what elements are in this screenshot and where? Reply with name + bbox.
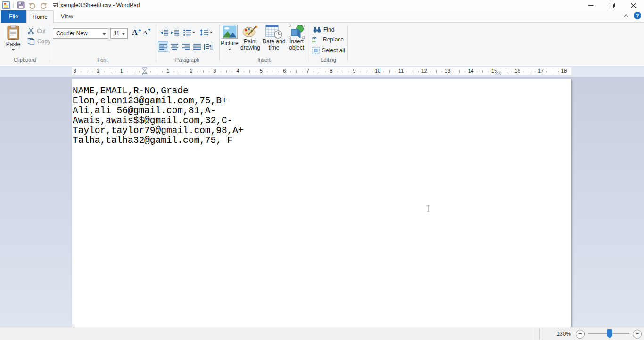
- ruler-tick: [185, 71, 186, 72]
- ruler-tick: [383, 71, 384, 72]
- select-all-label: Select all: [322, 47, 345, 54]
- ruler-tick: [273, 70, 273, 73]
- document-line: Taylor,taylor79@gmail.com,98,A+: [73, 126, 244, 136]
- divider: [13, 2, 14, 8]
- wordpad-app-icon[interactable]: [2, 1, 10, 9]
- document-line: Elon,elon123@gamil.com,75,B+: [73, 96, 244, 106]
- replace-label: Replace: [323, 36, 344, 43]
- grow-font-button[interactable]: A: [132, 27, 142, 38]
- tab-view[interactable]: View: [54, 10, 80, 23]
- ruler-number: 9: [351, 68, 358, 74]
- divider: [534, 329, 534, 339]
- date-time-label-2: time: [269, 45, 280, 51]
- ruler-tick: [465, 71, 465, 72]
- ruler-tick: [436, 70, 437, 73]
- ruler-tick: [127, 71, 128, 72]
- paste-button[interactable]: Paste: [4, 25, 23, 51]
- font-family-value: Courier New: [56, 30, 88, 37]
- document-area[interactable]: NAME,EMAIL,R-NO,GradeElon,elon123@gamil.…: [0, 77, 644, 327]
- justify-button[interactable]: [192, 41, 202, 52]
- zoom-out-button[interactable]: −: [576, 330, 585, 339]
- font-family-select[interactable]: Courier New: [53, 28, 108, 39]
- cut-button[interactable]: Cut: [27, 27, 46, 34]
- window-controls: [580, 0, 644, 10]
- document-line: NAME,EMAIL,R-NO,Grade: [73, 86, 244, 96]
- ruler-tick: [529, 70, 529, 73]
- ruler-tick: [267, 71, 267, 72]
- ruler-tick: [506, 70, 506, 73]
- picture-button[interactable]: Picture: [220, 25, 239, 50]
- ruler-tick: [226, 70, 227, 73]
- paragraph-group-label: Paragraph: [156, 57, 219, 63]
- save-button[interactable]: [17, 1, 25, 9]
- decrease-indent-button[interactable]: [159, 27, 169, 38]
- document-text[interactable]: NAME,EMAIL,R-NO,GradeElon,elon123@gamil.…: [73, 86, 244, 146]
- date-and-time-button[interactable]: Date and time: [261, 25, 287, 51]
- align-right-button[interactable]: [181, 41, 191, 52]
- ruler-number: 18: [561, 68, 567, 74]
- ruler-tick: [430, 71, 430, 72]
- wordpad-window: Example3.Sheet0.csv - WordPad File Home …: [0, 0, 644, 340]
- ruler-number: 3: [211, 68, 218, 74]
- ruler-tick: [180, 70, 180, 73]
- paint-drawing-button[interactable]: Paint drawing: [240, 25, 261, 51]
- ruler-tick: [325, 71, 326, 72]
- first-line-indent-marker[interactable]: [141, 67, 148, 75]
- font-size-select[interactable]: 11: [110, 28, 128, 39]
- paste-label: Paste: [6, 41, 21, 48]
- select-all-button[interactable]: Select all: [312, 47, 345, 54]
- help-icon[interactable]: ?: [634, 12, 641, 19]
- minimize-button[interactable]: [580, 0, 602, 10]
- insert-object-button[interactable]: Insert object: [286, 25, 307, 51]
- increase-indent-button[interactable]: [170, 27, 180, 38]
- close-button[interactable]: [623, 0, 644, 10]
- replace-button[interactable]: ab ac Replace: [312, 36, 344, 43]
- ruler-tick: [366, 70, 366, 73]
- copy-pages-icon: [27, 38, 35, 45]
- ruler-tick: [418, 71, 419, 72]
- window-title: Example3.Sheet0.csv - WordPad: [57, 2, 140, 8]
- restore-button[interactable]: [602, 0, 623, 10]
- ruler-tick: [488, 71, 489, 72]
- ruler-tick: [535, 71, 535, 72]
- mouse-ibeam-cursor: [428, 205, 429, 212]
- paste-clipboard-icon: [7, 25, 19, 40]
- ruler-tick: [454, 71, 454, 72]
- ruler-tick: [413, 70, 413, 73]
- find-binoculars-icon: [313, 26, 321, 33]
- ruler-tick: [197, 71, 198, 72]
- tab-file[interactable]: File: [1, 10, 26, 23]
- ruler-number: 8: [328, 68, 334, 74]
- insert-group-label: Insert: [219, 57, 309, 63]
- zoom-in-button[interactable]: +: [633, 330, 642, 339]
- align-center-button[interactable]: [169, 41, 180, 52]
- ruler: 123123456789101112131415161718: [0, 66, 644, 77]
- find-button[interactable]: Find: [313, 26, 334, 33]
- ruler-tick: [203, 70, 204, 73]
- ruler-tick: [290, 71, 291, 72]
- ruler-tick: [209, 71, 209, 72]
- undo-button[interactable]: [28, 1, 36, 9]
- collapse-ribbon-icon[interactable]: [623, 14, 629, 17]
- redo-button[interactable]: [39, 1, 48, 9]
- line-spacing-button[interactable]: [199, 27, 213, 38]
- picture-label: Picture: [221, 41, 238, 47]
- bullets-button[interactable]: [182, 27, 196, 38]
- copy-button[interactable]: Copy: [27, 38, 50, 45]
- divider: [347, 25, 348, 62]
- paint-drawing-label-2: drawing: [240, 45, 260, 51]
- ruler-tick: [500, 71, 500, 72]
- paragraph-settings-button[interactable]: ¶: [203, 41, 214, 52]
- ribbon-tab-bar: File Home View ?: [0, 10, 644, 23]
- ruler-tick: [232, 71, 232, 72]
- ruler-tick: [104, 71, 105, 72]
- align-left-button[interactable]: [158, 41, 168, 52]
- ruler-number: 13: [444, 68, 451, 74]
- shrink-font-button[interactable]: A: [142, 27, 152, 38]
- zoom-slider-thumb[interactable]: [607, 329, 612, 336]
- ruler-tick: [546, 71, 547, 72]
- paint-palette-icon: [242, 25, 259, 39]
- tab-home[interactable]: Home: [26, 10, 54, 23]
- ruler-number: 17: [537, 68, 544, 74]
- ruler-tick: [395, 71, 396, 72]
